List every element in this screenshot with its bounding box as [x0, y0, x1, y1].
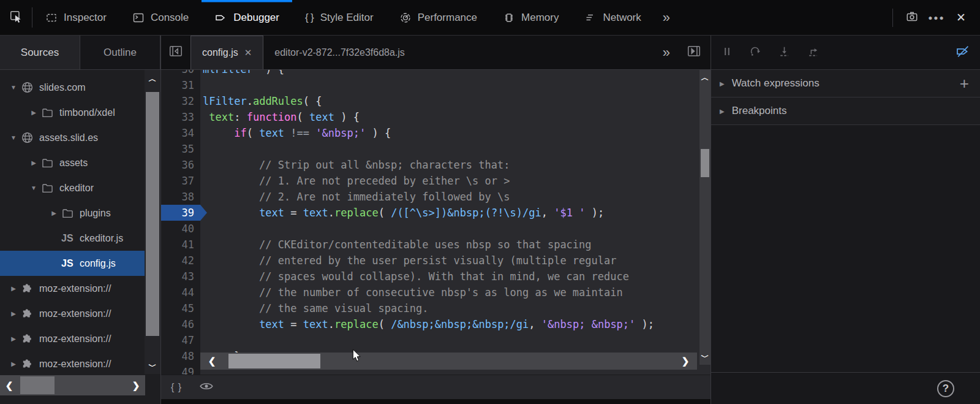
editor-horizontal-scrollbar[interactable]: ❮ ❯ [200, 353, 697, 370]
code-line[interactable]: 44 // the number of consecutive nbsp's a… [161, 284, 710, 300]
scroll-right-icon[interactable]: ❯ [676, 356, 695, 367]
code-line[interactable]: 32lFilter.addRules( { [161, 93, 710, 109]
scroll-left-icon[interactable]: ❮ [0, 380, 18, 391]
tab-outline[interactable]: Outline [80, 36, 160, 69]
line-number[interactable]: 32 [161, 93, 200, 109]
tree-item[interactable]: ▶moz-extension:// [0, 326, 160, 351]
scroll-up-icon[interactable]: ︿ [145, 75, 160, 83]
code-line[interactable]: 47 [161, 332, 710, 348]
step-over-button[interactable] [749, 45, 762, 60]
sidebar-horizontal-scrollbar[interactable]: ❮ ❯ [0, 375, 145, 395]
code-line[interactable]: 34 if( text !== '&nbsp;' ) { [161, 125, 710, 141]
step-in-button[interactable] [778, 45, 791, 60]
chevron-right-icon[interactable]: ▶ [26, 159, 41, 166]
step-out-button[interactable] [807, 45, 820, 60]
pick-element-button[interactable] [0, 0, 32, 35]
code-line[interactable]: 43 // spaces would collapse). With that … [161, 269, 710, 284]
sidebar-vertical-scrollbar[interactable]: ︿ ﹀ [145, 70, 160, 374]
code-line[interactable]: 45 // the same visual spacing. [161, 300, 710, 316]
more-tools-button[interactable]: » [654, 0, 679, 35]
line-number[interactable]: 48 [161, 348, 200, 364]
chevron-down-icon[interactable]: ▼ [26, 185, 41, 191]
tree-item[interactable]: ▶plugins [0, 200, 160, 226]
scroll-right-icon[interactable]: ❯ [127, 380, 145, 391]
code-line[interactable]: 33 text: function( text ) { [161, 109, 710, 125]
code-line[interactable]: 42 // entered by the user persist visual… [161, 253, 710, 269]
line-number[interactable]: 30 [161, 70, 200, 77]
scrollbar-thumb[interactable] [146, 92, 159, 336]
skip-pausing-button[interactable] [956, 44, 970, 61]
chevron-down-icon[interactable]: ▼ [6, 84, 21, 91]
tab-performance[interactable]: Performance [386, 0, 490, 35]
devtools-menu-button[interactable]: ●●● [926, 7, 947, 28]
code-line[interactable]: 31 [161, 77, 710, 93]
watch-expressions-header[interactable]: ▶ Watch expressions + [711, 70, 980, 97]
line-number[interactable]: 41 [161, 237, 200, 253]
breakpoint-line-number[interactable]: 39 [161, 205, 200, 221]
code-line[interactable]: 39 text = text.replace( /([^\s>])&nbsp;(… [161, 205, 710, 221]
more-source-tabs-button[interactable]: » [654, 45, 679, 61]
tree-item[interactable]: ▶moz-extension:// [0, 301, 160, 326]
tab-memory[interactable]: Memory [490, 0, 571, 35]
collapse-sources-panel-button[interactable] [161, 36, 190, 69]
tree-item[interactable]: ▶assets [0, 150, 160, 175]
chevron-right-icon[interactable]: ▶ [6, 335, 21, 342]
line-number[interactable]: 33 [161, 109, 200, 125]
tree-item[interactable]: ▼slides.com [0, 75, 160, 100]
line-number[interactable]: 31 [161, 77, 200, 93]
tree-item[interactable]: ▶moz-extension:// [0, 351, 160, 376]
tab-console[interactable]: Console [119, 0, 202, 35]
line-number[interactable]: 44 [161, 284, 200, 300]
line-number[interactable]: 35 [161, 141, 200, 157]
tree-item[interactable]: JSconfig.js [0, 251, 160, 276]
chevron-right-icon[interactable]: ▶ [47, 210, 61, 216]
scroll-up-icon[interactable]: ︿ [699, 74, 710, 82]
tab-style-editor[interactable]: { } Style Editor [292, 0, 386, 35]
tab-inspector[interactable]: Inspector [32, 0, 119, 35]
line-number[interactable]: 49 [161, 364, 200, 375]
code-line[interactable]: 41 // CKEditor/contenteditable uses nbsp… [161, 237, 710, 253]
pause-button[interactable] [721, 45, 733, 60]
code-line[interactable]: 38 // 2. Are not immediately followed by… [161, 189, 710, 205]
line-number[interactable]: 47 [161, 332, 200, 348]
code-line[interactable]: 35 [161, 141, 710, 157]
chevron-right-icon[interactable]: ▶ [6, 310, 21, 317]
pretty-print-button[interactable]: { } [171, 382, 182, 393]
code-editor[interactable]: 30mlFilter ) {3132lFilter.addRules( {33 … [161, 70, 710, 375]
tree-item[interactable]: ▶moz-extension:// [0, 276, 160, 301]
close-devtools-button[interactable]: ✕ [951, 7, 971, 28]
editor-vertical-scrollbar[interactable]: ︿ ﹀ [699, 70, 710, 365]
line-number[interactable]: 43 [161, 269, 200, 284]
help-button[interactable]: ? [937, 380, 954, 397]
code-line[interactable]: 40 [161, 221, 710, 237]
chevron-right-icon[interactable]: ▶ [6, 360, 21, 367]
code-line[interactable]: 30mlFilter ) { [161, 70, 710, 77]
scrollbar-thumb[interactable] [20, 376, 55, 394]
tab-network[interactable]: Network [571, 0, 654, 35]
tab-sources[interactable]: Sources [0, 36, 80, 69]
add-watch-expression-button[interactable]: + [960, 74, 969, 93]
line-number[interactable]: 40 [161, 221, 200, 237]
scrollbar-thumb[interactable] [701, 149, 709, 177]
chevron-right-icon[interactable]: ▶ [6, 285, 21, 292]
line-number[interactable]: 46 [161, 316, 200, 332]
scroll-left-icon[interactable]: ❮ [203, 356, 221, 367]
line-number[interactable]: 34 [161, 125, 200, 141]
source-tab-editor-js[interactable]: editor-v2-872...7f32e3f6d8a.js [263, 36, 416, 69]
chevron-down-icon[interactable]: ▼ [6, 134, 21, 141]
screenshot-button[interactable] [902, 7, 922, 28]
line-number[interactable]: 37 [161, 173, 200, 189]
breakpoints-header[interactable]: ▶ Breakpoints [711, 97, 980, 125]
line-number[interactable]: 42 [161, 253, 200, 269]
scroll-down-icon[interactable]: ﹀ [699, 353, 710, 361]
scroll-down-icon[interactable]: ﹀ [145, 362, 160, 370]
code-line[interactable]: 46 text = text.replace( /&nbsp;&nbsp;&nb… [161, 316, 710, 332]
code-line[interactable]: 37 // 1. Are not preceded by either \s o… [161, 173, 710, 189]
code-line[interactable]: 36 // Strip out all &nbsp; characters th… [161, 157, 710, 173]
tree-item[interactable]: JSckeditor.js [0, 226, 160, 251]
scrollbar-thumb[interactable] [228, 354, 320, 368]
line-number[interactable]: 36 [161, 157, 200, 173]
expand-panes-button[interactable] [684, 42, 704, 63]
tree-item[interactable]: ▼assets.slid.es [0, 125, 160, 150]
close-tab-icon[interactable]: ✕ [244, 47, 252, 58]
